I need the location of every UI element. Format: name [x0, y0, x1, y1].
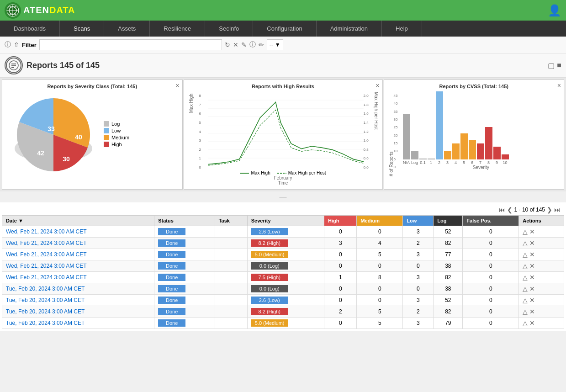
cell-task: [215, 238, 247, 249]
next-page-btn[interactable]: ❯: [547, 206, 552, 213]
delete-icon[interactable]: ✕: [529, 274, 535, 281]
cell-date[interactable]: Wed, Feb 21, 2024 3:00 AM CET: [2, 238, 154, 249]
cvss-bar-10: 10: [502, 154, 509, 165]
filter-pencil-icon[interactable]: ✏: [259, 41, 264, 48]
severity-chart-close[interactable]: ×: [175, 82, 179, 89]
cvss-chart: Reports by CVSS (Total: 145) × # of Repo…: [384, 79, 565, 190]
user-icon[interactable]: 👤: [548, 4, 561, 16]
filter-label: Filter: [22, 42, 37, 48]
col-medium[interactable]: Medium: [357, 216, 403, 226]
cvss-bar-8: 8: [485, 127, 492, 165]
delta-icon[interactable]: △: [523, 262, 528, 270]
cell-severity: 5.0 (Medium): [247, 249, 324, 260]
delta-icon[interactable]: △: [523, 285, 528, 292]
nav-configuration[interactable]: Configuration: [253, 21, 316, 37]
nav-secinfo[interactable]: SecInfo: [205, 21, 253, 37]
filter-edit-icon[interactable]: ✎: [241, 41, 247, 48]
scroll-indicator: —: [0, 191, 566, 202]
charts-section: Reports by Severity Class (Total: 145) ×…: [0, 78, 566, 191]
delete-icon[interactable]: ✕: [529, 297, 535, 304]
cvss-bar-8-rect: [485, 127, 492, 159]
severity-badge: 0.0 (Log): [251, 262, 288, 270]
cell-actions: △ ✕: [519, 260, 564, 272]
nav-scans[interactable]: Scans: [60, 21, 104, 37]
cell-date[interactable]: Wed, Feb 21, 2024 3:00 AM CET: [2, 249, 154, 260]
cell-actions: △ ✕: [519, 249, 564, 260]
filter-help-icon[interactable]: ⓘ: [249, 41, 256, 49]
delete-icon[interactable]: ✕: [529, 228, 535, 235]
col-date[interactable]: Date ▼: [2, 216, 154, 226]
col-log[interactable]: Log: [434, 216, 463, 226]
cvss-label-5: 5: [463, 160, 465, 165]
col-status[interactable]: Status: [154, 216, 215, 226]
cvss-bar-6: 6: [469, 140, 476, 165]
nav-help[interactable]: Help: [382, 21, 422, 37]
y-axis-left: Max High: [188, 92, 199, 170]
export-icon[interactable]: ⇧: [14, 41, 19, 48]
nav-administration[interactable]: Administration: [317, 21, 382, 37]
cell-medium: 5: [357, 306, 403, 318]
col-high[interactable]: High: [324, 216, 357, 226]
cell-date[interactable]: Tue, Feb 20, 2024 3:00 AM CET: [2, 295, 154, 306]
nav-assets[interactable]: Assets: [104, 21, 150, 37]
filter-refresh-icon[interactable]: ↻: [225, 41, 230, 48]
dropdown-arrow-icon: ▼: [275, 42, 280, 48]
severity-badge: 7.5 (High): [251, 274, 288, 281]
legend-high-label: High: [111, 142, 122, 147]
filter-dropdown[interactable]: -- ▼: [267, 39, 283, 50]
high-results-close[interactable]: ×: [376, 82, 379, 89]
cell-actions: △ ✕: [519, 226, 564, 238]
cell-task: [215, 249, 247, 260]
help-icon[interactable]: ⓘ: [5, 41, 11, 49]
page-action-icon1[interactable]: ▢: [548, 61, 555, 70]
delete-icon[interactable]: ✕: [529, 319, 535, 327]
cvss-label-3: 3: [446, 160, 449, 165]
first-page-btn[interactable]: ⏮: [499, 206, 505, 213]
cell-date[interactable]: Tue, Feb 20, 2024 3:00 AM CET: [2, 306, 154, 318]
col-false-pos[interactable]: False Pos.: [463, 216, 519, 226]
nav-resilience[interactable]: Resilience: [150, 21, 205, 37]
page-title: Reports 145 of 145: [26, 61, 100, 70]
cell-low: 3: [403, 249, 434, 260]
user-menu[interactable]: 👤: [548, 4, 561, 17]
severity-badge: 5.0 (Medium): [251, 251, 288, 258]
legend-low-color: [104, 128, 109, 133]
cell-date[interactable]: Wed, Feb 21, 2024 3:00 AM CET: [2, 226, 154, 238]
delta-icon[interactable]: △: [523, 251, 528, 258]
delete-icon[interactable]: ✕: [529, 262, 535, 270]
col-task[interactable]: Task: [215, 216, 247, 226]
delete-icon[interactable]: ✕: [529, 239, 535, 247]
cvss-chart-area: # of Reports 45 40 35 30 25 20 15 10 5 0…: [388, 92, 561, 176]
delete-icon[interactable]: ✕: [529, 308, 535, 315]
cvss-x-axis-label: Severity: [402, 165, 561, 170]
delta-icon[interactable]: △: [523, 297, 528, 304]
cvss-bar-01-rect: [419, 159, 427, 159]
delete-icon[interactable]: ✕: [529, 285, 535, 292]
delta-icon[interactable]: △: [523, 308, 528, 315]
logo[interactable]: ATENDATA: [5, 2, 75, 19]
col-severity[interactable]: Severity: [247, 216, 324, 226]
cvss-bar-9-rect: [493, 147, 501, 159]
svg-rect-7: [11, 65, 16, 66]
nav-dashboards[interactable]: Dashboards: [0, 21, 60, 37]
cell-date[interactable]: Tue, Feb 20, 2024 3:00 AM CET: [2, 283, 154, 295]
col-low[interactable]: Low: [403, 216, 434, 226]
filter-clear-icon[interactable]: ✕: [233, 41, 238, 48]
cell-medium: 0: [357, 283, 403, 295]
delta-icon[interactable]: △: [523, 274, 528, 281]
cell-low: 3: [403, 318, 434, 329]
cell-date[interactable]: Tue, Feb 20, 2024 3:00 AM CET: [2, 318, 154, 329]
prev-page-btn[interactable]: ❮: [507, 206, 513, 213]
delta-icon[interactable]: △: [523, 239, 528, 247]
delta-icon[interactable]: △: [523, 228, 528, 235]
cell-date[interactable]: Wed, Feb 21, 2024 3:00 AM CET: [2, 272, 154, 283]
filter-input[interactable]: [39, 39, 222, 50]
line-chart-svg: [208, 92, 364, 170]
last-page-btn[interactable]: ⏭: [554, 206, 561, 213]
delta-icon[interactable]: △: [523, 319, 528, 327]
cvss-close[interactable]: ×: [557, 82, 561, 89]
filter-dropdown-value: --: [270, 42, 273, 48]
delete-icon[interactable]: ✕: [529, 251, 535, 258]
page-action-icon2[interactable]: ■: [557, 61, 561, 70]
cell-date[interactable]: Wed, Feb 21, 2024 3:00 AM CET: [2, 260, 154, 272]
